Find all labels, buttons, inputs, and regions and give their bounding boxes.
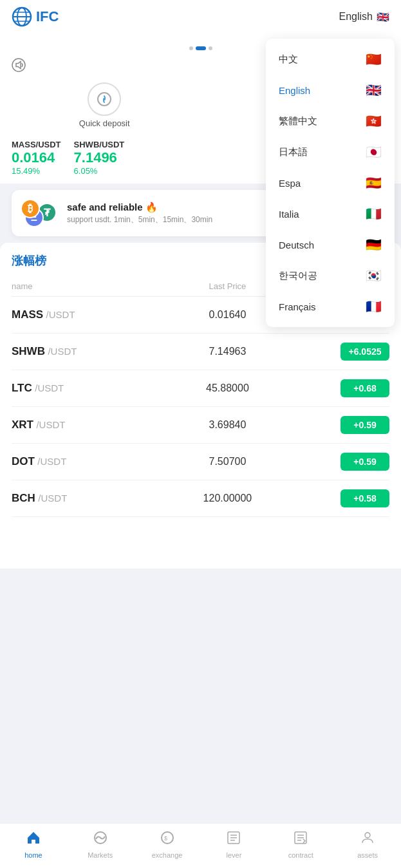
row-name-shwb: SHWB /USDT <box>12 345 174 358</box>
lang-item-de[interactable]: Deutsch 🇩🇪 <box>266 229 395 260</box>
table-row[interactable]: LTC /USDT 45.88000 +0.68 <box>12 370 389 407</box>
mass-change: 15.49% <box>12 166 61 176</box>
nav-assets[interactable]: assets <box>348 830 387 859</box>
row-change-ltc: +0.68 <box>281 379 389 397</box>
lang-item-kr[interactable]: 한국어공 🇰🇷 <box>266 260 395 291</box>
lang-item-tw[interactable]: 繁體中文 🇭🇰 <box>266 106 395 137</box>
logo-globe-icon <box>12 6 32 27</box>
lang-item-fr[interactable]: Français 🇫🇷 <box>266 291 395 322</box>
row-price-ltc: 45.88000 <box>174 382 282 394</box>
svg-point-20 <box>365 833 370 838</box>
assets-icon <box>360 830 375 849</box>
es-label: Espa <box>279 178 301 189</box>
lever-icon <box>226 830 241 849</box>
mass-pair: MASS/USDT <box>12 140 61 149</box>
contract-icon <box>293 830 308 849</box>
svg-point-5 <box>12 59 25 71</box>
table-row[interactable]: DOT /USDT 7.50700 +0.59 <box>12 444 389 480</box>
cn-flag-icon: 🇨🇳 <box>366 52 382 67</box>
lang-item-en[interactable]: English 🇬🇧 <box>266 75 395 106</box>
lang-item-es[interactable]: Espa 🇪🇸 <box>266 167 395 198</box>
coin-sub: /USDT <box>38 493 67 504</box>
header: IFC English 🇬🇧 <box>0 0 401 33</box>
kr-label: 한국어공 <box>279 270 317 282</box>
dot-3 <box>209 46 212 50</box>
change-badge: +0.68 <box>340 379 389 397</box>
row-change-bch: +0.58 <box>281 489 389 507</box>
svg-point-7 <box>103 98 106 100</box>
zh-label: 中文 <box>279 53 298 66</box>
nav-markets-label: Markets <box>88 851 113 859</box>
lang-item-it[interactable]: Italia 🇮🇹 <box>266 198 395 229</box>
row-change-shwb: +6.0525 <box>281 343 389 361</box>
bottom-nav: home Markets $ exchange <box>0 823 401 868</box>
shwb-price: 7.1496 <box>74 149 125 166</box>
coin-main: LTC <box>12 382 32 394</box>
de-flag-icon: 🇩🇪 <box>366 237 382 252</box>
fr-flag-icon: 🇫🇷 <box>366 299 382 314</box>
deposit-label: Quick deposit <box>79 118 130 128</box>
home-icon <box>26 830 41 849</box>
en-label: English <box>279 85 310 96</box>
table-row[interactable]: BCH /USDT 120.00000 +0.58 <box>12 480 389 517</box>
nav-assets-label: assets <box>357 851 378 859</box>
markets-icon <box>93 830 108 849</box>
dot-2-active <box>196 46 206 50</box>
change-badge: +0.58 <box>340 489 389 507</box>
svg-text:$: $ <box>164 835 167 842</box>
shwb-change: 6.05% <box>74 166 125 176</box>
row-change-xrt: +0.59 <box>281 416 389 434</box>
hk-flag-icon: 🇭🇰 <box>366 113 382 129</box>
kr-flag-icon: 🇰🇷 <box>366 268 382 283</box>
shwb-ticker: SHWB/USDT 7.1496 6.05% <box>74 140 125 176</box>
table-row[interactable]: SHWB /USDT 7.14963 +6.0525 <box>12 334 389 370</box>
coin-sub: /USDT <box>36 419 65 430</box>
coin-main: XRT <box>12 419 33 431</box>
coin-main: BCH <box>12 492 35 504</box>
nav-contract[interactable]: contract <box>281 830 320 859</box>
nav-lever[interactable]: lever <box>214 830 253 859</box>
coin-main: DOT <box>12 455 35 467</box>
row-price-xrt: 3.69840 <box>174 419 282 431</box>
btc-coin-icon: ₿ <box>21 199 40 218</box>
row-price-bch: 120.00000 <box>174 493 282 504</box>
coin-main: MASS <box>12 308 43 321</box>
coin-sub: /USDT <box>35 382 64 393</box>
nav-markets[interactable]: Markets <box>81 830 120 859</box>
lang-item-jp[interactable]: 日本語 🇯🇵 <box>266 137 395 167</box>
mass-price: 0.0164 <box>12 149 61 166</box>
coin-sub: /USDT <box>37 456 66 467</box>
row-price-dot: 7.50700 <box>174 456 282 467</box>
language-dropdown: 中文 🇨🇳 English 🇬🇧 繁體中文 🇭🇰 日本語 🇯🇵 Espa 🇪🇸 … <box>266 39 395 327</box>
quick-deposit-card[interactable]: Quick deposit <box>12 82 198 128</box>
coin-main: SHWB <box>12 345 45 357</box>
de-label: Deutsch <box>279 240 314 250</box>
row-name-ltc: LTC /USDT <box>12 382 174 395</box>
row-name-bch: BCH /USDT <box>12 492 174 505</box>
nav-home[interactable]: home <box>14 830 53 859</box>
nav-exchange-label: exchange <box>152 851 183 859</box>
deposit-icon-wrap <box>88 82 121 116</box>
bottom-spacer <box>12 517 389 569</box>
language-button[interactable]: English 🇬🇧 <box>339 11 389 23</box>
row-name-xrt: XRT /USDT <box>12 419 174 431</box>
language-label: English <box>339 11 373 23</box>
change-badge: +0.59 <box>340 453 389 471</box>
shwb-pair: SHWB/USDT <box>74 140 125 149</box>
exchange-icon: $ <box>160 830 175 849</box>
coin-sub: /USDT <box>48 346 77 357</box>
uk-flag-icon: 🇬🇧 <box>377 11 389 23</box>
row-name-dot: DOT /USDT <box>12 455 174 468</box>
dot-1 <box>189 46 193 50</box>
change-badge: +0.59 <box>340 416 389 434</box>
nav-exchange[interactable]: $ exchange <box>148 830 187 859</box>
speaker-icon <box>12 58 26 72</box>
nav-lever-label: lever <box>226 851 241 859</box>
table-row[interactable]: XRT /USDT 3.69840 +0.59 <box>12 407 389 444</box>
es-flag-icon: 🇪🇸 <box>366 175 382 191</box>
row-price-shwb: 7.14963 <box>174 346 282 357</box>
col-name: name <box>12 281 174 291</box>
lang-item-zh[interactable]: 中文 🇨🇳 <box>266 44 395 75</box>
coin-sub: /USDT <box>46 309 75 320</box>
fr-label: Français <box>279 301 316 312</box>
